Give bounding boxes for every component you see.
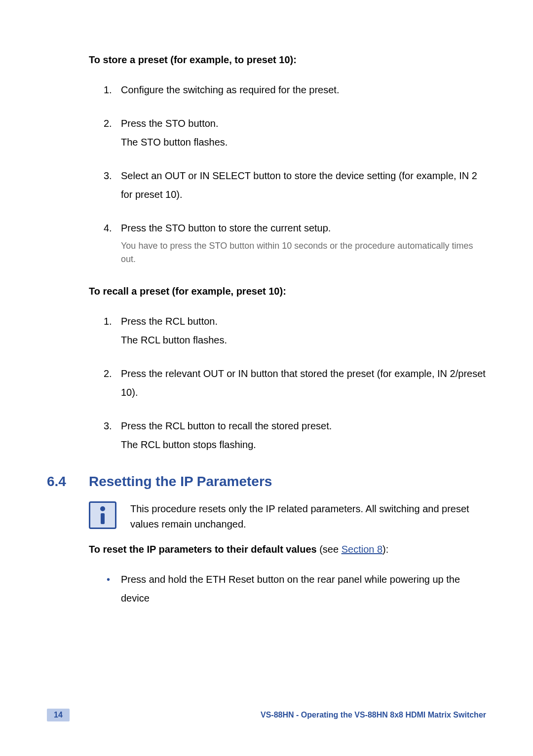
reset-instruction-line: To reset the IP parameters to their defa… (47, 544, 486, 555)
step-number: 2. (104, 364, 112, 383)
step-number: 2. (104, 114, 112, 133)
list-item: 4. Press the STO button to store the cur… (104, 219, 486, 266)
reset-bold-text: To reset the IP parameters to their defa… (89, 544, 317, 555)
reset-plain-text: (see (317, 544, 342, 555)
page-number-badge: 14 (47, 709, 70, 721)
list-item: 1. Press the RCL button. The RCL button … (104, 312, 486, 349)
section-title: Resetting the IP Parameters (89, 474, 272, 490)
info-callout: This procedure resets only the IP relate… (47, 501, 486, 532)
list-item: 3. Press the RCL button to recall the st… (104, 416, 486, 454)
step-number: 4. (104, 219, 112, 237)
store-steps-list: 1. Configure the switching as required f… (47, 80, 486, 266)
list-item: Press and hold the ETH Reset button on t… (104, 570, 486, 607)
step-text: Press the STO button. (121, 118, 219, 129)
step-number: 1. (104, 312, 112, 331)
section-heading: 6.4 Resetting the IP Parameters (47, 474, 486, 490)
info-text: This procedure resets only the IP relate… (130, 501, 486, 532)
step-subtext: The STO button flashes. (121, 133, 486, 151)
footer-text: VS-88HN - Operating the VS-88HN 8x8 HDMI… (261, 711, 486, 719)
recall-steps-list: 1. Press the RCL button. The RCL button … (47, 312, 486, 454)
document-page: To store a preset (for example, to prese… (0, 0, 533, 607)
reset-bullet-list: Press and hold the ETH Reset button on t… (47, 570, 486, 607)
step-text: Press the RCL button to recall the store… (121, 420, 332, 431)
step-note: You have to press the STO button within … (121, 239, 486, 266)
list-item: 2. Press the relevant OUT or IN button t… (104, 364, 486, 402)
list-item: 1. Configure the switching as required f… (104, 80, 486, 99)
step-text: Select an OUT or IN SELECT button to sto… (121, 170, 477, 200)
step-text: Configure the switching as required for … (121, 84, 339, 95)
section-8-link[interactable]: Section 8 (342, 544, 382, 555)
store-preset-heading: To store a preset (for example, to prese… (47, 54, 486, 66)
list-item: 2. Press the STO button. The STO button … (104, 114, 486, 151)
step-subtext: The RCL button flashes. (121, 331, 486, 349)
step-text: Press the STO button to store the curren… (121, 223, 331, 233)
step-number: 3. (104, 166, 112, 185)
step-number: 3. (104, 416, 112, 435)
page-footer: 14 VS-88HN - Operating the VS-88HN 8x8 H… (47, 709, 486, 721)
step-number: 1. (104, 80, 112, 99)
step-text: Press the RCL button. (121, 316, 218, 327)
step-subtext: The RCL button stops flashing. (121, 435, 486, 454)
step-text: Press the relevant OUT or IN button that… (121, 368, 486, 398)
list-item: 3. Select an OUT or IN SELECT button to … (104, 166, 486, 204)
info-icon (89, 501, 116, 529)
reset-plain-text-2: ): (382, 544, 388, 555)
bullet-text: Press and hold the ETH Reset button on t… (121, 574, 460, 604)
recall-preset-heading: To recall a preset (for example, preset … (47, 286, 486, 297)
section-number: 6.4 (47, 474, 89, 490)
